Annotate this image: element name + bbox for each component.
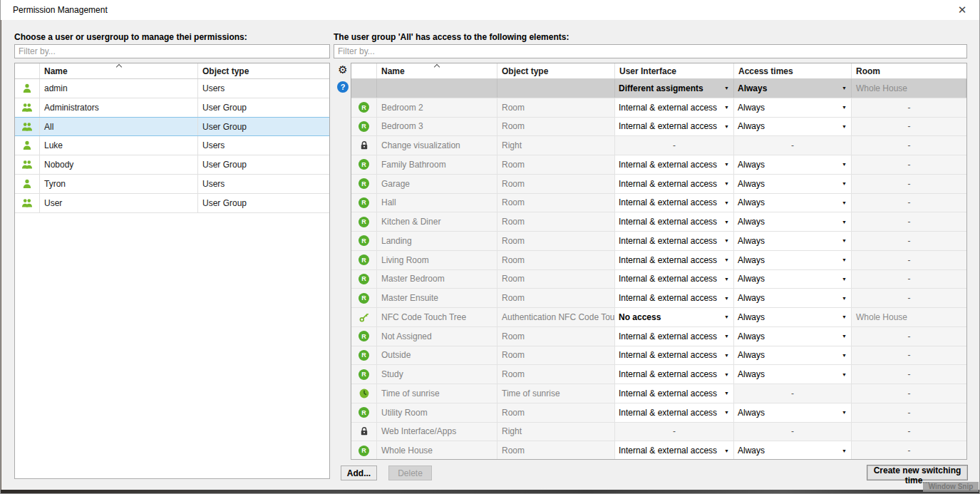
access-times-dropdown[interactable]: Always▼ bbox=[734, 118, 852, 136]
user-interface-dropdown[interactable]: Internal & external access▼ bbox=[615, 194, 734, 212]
add-button[interactable]: Add... bbox=[341, 465, 377, 480]
access-times-dropdown[interactable]: Always▼ bbox=[734, 194, 852, 212]
access-times-dropdown[interactable]: Always▼ bbox=[734, 270, 852, 289]
permission-row[interactable]: RMaster BedroomRoomInternal & external a… bbox=[351, 270, 966, 289]
user-row-name: Administrators bbox=[40, 98, 198, 117]
user-interface-dropdown: - bbox=[615, 423, 734, 441]
access-times-dropdown[interactable]: Always▼ bbox=[734, 403, 852, 422]
background-desktop-strip bbox=[0, 490, 980, 494]
access-times-dropdown[interactable]: Always▼ bbox=[734, 79, 852, 98]
user-interface-dropdown[interactable]: Internal & external access▼ bbox=[615, 327, 734, 346]
dropdown-value: Internal & external access bbox=[619, 160, 717, 170]
permission-row[interactable]: RWhole HouseRoomInternal & external acce… bbox=[351, 441, 966, 460]
permission-row[interactable]: RLiving RoomRoomInternal & external acce… bbox=[351, 251, 966, 270]
users-header-name[interactable]: Name bbox=[40, 63, 198, 78]
permission-row[interactable]: RBedroom 2RoomInternal & external access… bbox=[351, 98, 966, 118]
users-header-object-type[interactable]: Object type bbox=[198, 63, 329, 78]
user-interface-dropdown[interactable]: Internal & external access▼ bbox=[615, 232, 734, 250]
permission-row[interactable]: RNot AssignedRoomInternal & external acc… bbox=[351, 327, 966, 346]
user-interface-dropdown[interactable]: Internal & external access▼ bbox=[615, 270, 734, 289]
user-interface-dropdown[interactable]: Internal & external access▼ bbox=[615, 155, 734, 174]
user-row-object-type: User Group bbox=[198, 155, 329, 174]
user-interface-dropdown[interactable]: Different assigments▼ bbox=[615, 79, 734, 98]
access-times-dropdown[interactable]: Always▼ bbox=[734, 346, 852, 365]
access-times-dropdown[interactable]: Always▼ bbox=[734, 327, 852, 346]
user-row[interactable]: TyronUsers bbox=[15, 175, 329, 194]
access-times-dropdown[interactable]: Always▼ bbox=[734, 289, 852, 307]
user-row-icon-cell bbox=[15, 118, 40, 135]
access-times-dropdown[interactable]: Always▼ bbox=[734, 232, 852, 250]
user-interface-dropdown[interactable]: Internal & external access▼ bbox=[615, 175, 734, 193]
perm-header-object-type[interactable]: Object type bbox=[497, 63, 615, 78]
permission-row[interactable]: RStudyRoomInternal & external access▼Alw… bbox=[351, 365, 966, 384]
permission-row[interactable]: Time of sunriseTime of sunriseInternal &… bbox=[351, 384, 966, 403]
user-interface-dropdown[interactable]: Internal & external access▼ bbox=[615, 403, 734, 422]
permission-row[interactable]: RGarageRoomInternal & external access▼Al… bbox=[351, 175, 966, 194]
access-times-dropdown[interactable]: Always▼ bbox=[734, 212, 852, 231]
permission-row[interactable]: NFC Code Touch TreeAuthentication NFC Co… bbox=[351, 308, 966, 327]
user-row-icon-cell bbox=[15, 98, 40, 117]
chevron-down-icon: ▼ bbox=[724, 296, 733, 301]
permission-row-name: Master Ensuite bbox=[377, 289, 497, 307]
permission-row[interactable]: RHallRoomInternal & external access▼Alwa… bbox=[351, 194, 966, 213]
user-interface-dropdown[interactable]: Internal & external access▼ bbox=[615, 251, 734, 269]
user-row-object-type: Users bbox=[198, 79, 329, 98]
permission-row[interactable]: Web Interface/AppsRight--- bbox=[351, 423, 966, 442]
access-times-dropdown[interactable]: Always▼ bbox=[734, 441, 852, 460]
user-interface-dropdown[interactable]: No access▼ bbox=[615, 308, 734, 326]
permission-row[interactable]: RLandingRoomInternal & external access▼A… bbox=[351, 232, 966, 251]
permission-row-room: - bbox=[852, 365, 966, 384]
user-interface-dropdown[interactable]: Internal & external access▼ bbox=[615, 289, 734, 307]
permission-row[interactable]: ROutsideRoomInternal & external access▼A… bbox=[351, 346, 966, 366]
left-filter-input[interactable] bbox=[14, 44, 330, 58]
user-interface-dropdown[interactable]: Internal & external access▼ bbox=[615, 365, 734, 384]
perm-header-room[interactable]: Room bbox=[852, 63, 966, 78]
user-row[interactable]: adminUsers bbox=[15, 79, 329, 98]
dropdown-value: Internal & external access bbox=[619, 103, 717, 113]
user-interface-dropdown[interactable]: Internal & external access▼ bbox=[615, 118, 734, 136]
dropdown-value: Always bbox=[738, 350, 765, 360]
access-times-dropdown[interactable]: Always▼ bbox=[734, 308, 852, 326]
permission-row[interactable]: RKitchen & DinerRoomInternal & external … bbox=[351, 212, 966, 232]
user-interface-dropdown[interactable]: Internal & external access▼ bbox=[615, 384, 734, 403]
access-times-dropdown[interactable]: Always▼ bbox=[734, 155, 852, 174]
permission-row-object-type: Room bbox=[497, 98, 615, 117]
perm-header-name[interactable]: Name bbox=[377, 63, 497, 78]
room-icon: R bbox=[359, 121, 369, 132]
access-times-dropdown[interactable]: Always▼ bbox=[734, 251, 852, 269]
user-row-selected[interactable]: AllUser Group bbox=[15, 117, 329, 136]
user-interface-dropdown[interactable]: Internal & external access▼ bbox=[615, 98, 734, 117]
access-times-dropdown[interactable]: Always▼ bbox=[734, 175, 852, 193]
dropdown-value: Internal & external access bbox=[619, 350, 717, 360]
access-times-dropdown[interactable]: Always▼ bbox=[734, 98, 852, 117]
user-row[interactable]: AdministratorsUser Group bbox=[15, 98, 329, 118]
user-row[interactable]: NobodyUser Group bbox=[15, 155, 329, 175]
permission-row-name bbox=[377, 79, 497, 98]
access-times-dropdown[interactable]: Always▼ bbox=[734, 365, 852, 384]
perm-header-user-interface[interactable]: User Interface bbox=[615, 63, 734, 78]
user-interface-dropdown[interactable]: Internal & external access▼ bbox=[615, 212, 734, 231]
permission-row[interactable]: RMaster EnsuiteRoomInternal & external a… bbox=[351, 289, 966, 308]
permission-row[interactable]: RUtility RoomRoomInternal & external acc… bbox=[351, 403, 966, 423]
permission-row-object-type: Right bbox=[497, 423, 615, 441]
permission-row[interactable]: Change visualizationRight--- bbox=[351, 136, 966, 155]
permissions-summary-row[interactable]: Different assigments▼Always▼Whole House bbox=[351, 79, 966, 98]
user-interface-dropdown[interactable]: Internal & external access▼ bbox=[615, 441, 734, 460]
user-row[interactable]: LukeUsers bbox=[15, 136, 329, 155]
help-icon[interactable]: ? bbox=[337, 81, 349, 93]
close-icon[interactable]: ✕ bbox=[951, 0, 973, 20]
user-interface-dropdown[interactable]: Internal & external access▼ bbox=[615, 346, 734, 365]
permissions-table-header: Name Object type User Interface Access t… bbox=[351, 63, 966, 79]
chevron-down-icon: ▼ bbox=[842, 200, 851, 205]
right-filter-input[interactable] bbox=[334, 44, 967, 58]
room-icon: R bbox=[359, 235, 369, 246]
permission-row[interactable]: RBedroom 3RoomInternal & external access… bbox=[351, 118, 966, 137]
chevron-down-icon: ▼ bbox=[842, 372, 851, 377]
permission-row[interactable]: RFamily BathroomRoomInternal & external … bbox=[351, 155, 966, 175]
perm-header-access-times[interactable]: Access times bbox=[734, 63, 852, 78]
user-row[interactable]: UserUser Group bbox=[15, 194, 329, 213]
gear-icon[interactable]: ⚙ bbox=[337, 64, 349, 76]
dropdown-value: Always bbox=[738, 331, 765, 341]
create-new-switching-time-button[interactable]: Create new switching time... bbox=[867, 465, 968, 480]
chevron-down-icon: ▼ bbox=[842, 314, 851, 319]
